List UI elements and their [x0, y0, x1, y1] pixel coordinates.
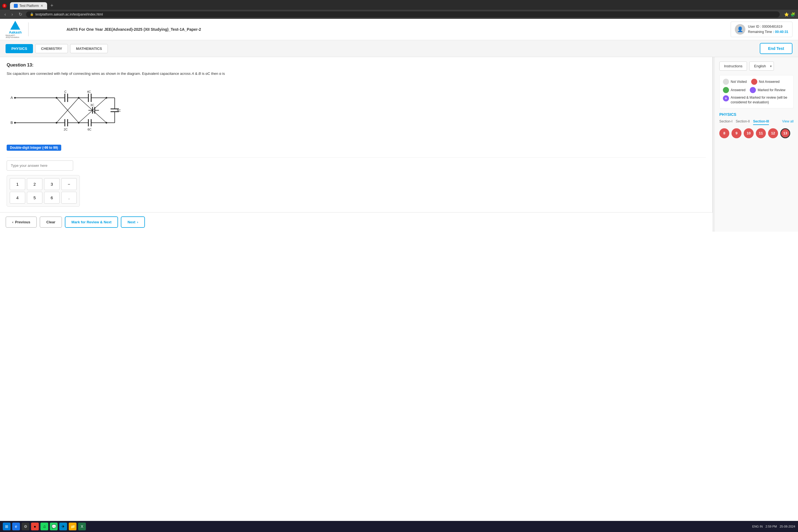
logo-text: Aakash — [9, 30, 22, 34]
previous-button[interactable]: ‹ Previous — [5, 216, 37, 228]
forward-button[interactable]: › — [10, 11, 14, 17]
numpad-5[interactable]: 5 — [27, 192, 42, 204]
logo-area: Aakash Medical|IIT-JEE|Foundation — [5, 22, 61, 36]
mark-review-button[interactable]: Mark for Review & Next — [65, 216, 118, 228]
app-container: Aakash Medical|IIT-JEE|Foundation AIATS … — [0, 19, 798, 529]
question-number-10[interactable]: 10 — [744, 128, 754, 138]
answered-label: Answered — [731, 88, 745, 92]
bottom-navigation: ‹ Previous Clear Mark for Review & Next … — [0, 212, 712, 232]
svg-point-44 — [78, 97, 79, 99]
section-tab-3[interactable]: Section-III — [753, 119, 769, 125]
question-number-11[interactable]: 11 — [756, 128, 766, 138]
numpad-1[interactable]: 1 — [10, 178, 25, 190]
svg-point-4 — [14, 97, 16, 99]
svg-text:B: B — [11, 120, 13, 125]
question-number-13[interactable]: 13 — [780, 128, 790, 138]
legend-marked-review: Marked for Review — [750, 87, 785, 93]
url-box[interactable]: 🔒 testplatform.aakash.ac.in/testpanel/in… — [26, 11, 780, 17]
language-select[interactable]: English Hindi — [749, 61, 774, 71]
marked-review-dot — [750, 87, 756, 93]
language-wrapper: English Hindi — [749, 61, 774, 71]
extension-icon[interactable]: 🧩 — [791, 12, 795, 17]
taskbar-app-icon-2[interactable]: ● — [31, 522, 39, 529]
svg-text:4C: 4C — [87, 90, 91, 93]
tab-close-button[interactable]: ✕ — [40, 4, 43, 8]
legend-not-answered: Not Answered — [751, 79, 780, 85]
previous-label: Previous — [15, 220, 30, 224]
tab-physics[interactable]: PHYSICS — [5, 44, 33, 53]
instructions-button[interactable]: Instructions — [719, 61, 747, 71]
legend-row-1: Not Visited Not Answered — [723, 79, 790, 85]
answered-marked-dot: B — [723, 95, 729, 101]
taskbar-app-icon-1[interactable]: ⚙ — [22, 522, 30, 529]
view-all-link[interactable]: View all — [782, 119, 794, 125]
next-button[interactable]: Next › — [121, 216, 145, 228]
taskbar-app-icon-4[interactable]: 💬 — [50, 522, 58, 529]
marked-review-label: Marked for Review — [758, 88, 785, 92]
reload-button[interactable]: ↻ — [17, 11, 24, 17]
numpad-minus[interactable]: − — [61, 178, 77, 190]
question-number-8[interactable]: 8 — [719, 128, 729, 138]
user-id-label: User ID — [748, 25, 759, 28]
exam-title: AIATS For One Year JEE(Advanced)-2025 (X… — [66, 27, 725, 32]
circuit-diagram: A B C — [7, 81, 706, 140]
back-button[interactable]: ‹ — [3, 11, 7, 17]
mark-review-label: Mark for Review & Next — [72, 220, 112, 224]
not-visited-dot — [723, 79, 729, 85]
new-tab-button[interactable]: + — [48, 2, 56, 10]
question-text: Six capacitors are connected with help o… — [7, 71, 706, 77]
browser-chrome: ☰ Test Platform ✕ + ‹ › ↻ 🔒 testplatform… — [0, 0, 798, 19]
numpad-2[interactable]: 2 — [27, 178, 42, 190]
clear-button[interactable]: Clear — [40, 216, 62, 228]
tab-chemistry[interactable]: CHEMISTRY — [35, 44, 68, 53]
taskbar-app-icon-7[interactable]: X — [78, 522, 86, 529]
question-title: Question 13: — [7, 63, 706, 68]
right-panel: Instructions English Hindi Not Visited — [715, 57, 798, 232]
user-avatar: 👤 — [735, 24, 745, 35]
main-content: Question 13: Six capacitors are connecte… — [0, 57, 798, 232]
question-content-area: Question 13: Six capacitors are connecte… — [0, 57, 712, 212]
svg-point-45 — [78, 122, 79, 124]
active-tab[interactable]: Test Platform ✕ — [10, 2, 47, 10]
next-label: Next — [128, 220, 135, 224]
taskbar-right: ENG IN 2:59 PM 25-08-2024 — [752, 525, 795, 528]
svg-text:2C: 2C — [64, 128, 68, 131]
taskbar-app-icon-6[interactable]: 📁 — [69, 522, 76, 529]
remaining-time-label: Remaining Time — [748, 30, 772, 34]
svg-text:6C: 6C — [88, 128, 92, 131]
tab-mathematics[interactable]: MATHEMATICS — [70, 44, 108, 53]
svg-text:A: A — [11, 96, 13, 100]
taskbar-app-icon-5[interactable]: ✈ — [59, 522, 67, 529]
legend-not-visited: Not Visited — [723, 79, 747, 85]
scroll-bar[interactable] — [712, 57, 715, 232]
logo-image: Aakash Medical|IIT-JEE|Foundation — [5, 22, 25, 36]
address-bar: ‹ › ↻ 🔒 testplatform.aakash.ac.in/testpa… — [0, 10, 798, 19]
section-tab-2[interactable]: Section-II — [736, 119, 750, 125]
legend-answered-marked: B Answered & Marked for review (will be … — [723, 95, 790, 105]
logo-divider — [28, 22, 28, 36]
taskbar-app-icon-3[interactable]: ♫ — [40, 522, 48, 529]
question-number-12[interactable]: 12 — [768, 128, 778, 138]
numpad-4[interactable]: 4 — [10, 192, 25, 204]
start-button[interactable]: ⊞ — [3, 522, 11, 529]
not-answered-dot — [751, 79, 757, 85]
app-header: Aakash Medical|IIT-JEE|Foundation AIATS … — [0, 19, 798, 40]
bookmark-icon[interactable]: ⭐ — [784, 12, 789, 17]
section-tab-1[interactable]: Section-I — [719, 119, 732, 125]
numpad-6[interactable]: 6 — [44, 192, 60, 204]
clear-label: Clear — [46, 220, 55, 224]
answer-input[interactable] — [7, 160, 73, 171]
browser-menu-icon[interactable]: ☰ — [2, 4, 7, 8]
numpad-dot[interactable]: . — [61, 192, 77, 204]
section-subject-label: PHYSICS — [719, 112, 794, 117]
remaining-time-value: : 00:40:31 — [773, 30, 788, 34]
taskbar-browser-icon[interactable]: e — [12, 522, 20, 529]
numpad-3[interactable]: 3 — [44, 178, 60, 190]
question-number-9[interactable]: 9 — [732, 128, 741, 138]
legend-answered: Answered — [723, 87, 745, 93]
svg-point-5 — [14, 122, 16, 124]
end-test-button[interactable]: End Test — [760, 43, 793, 54]
previous-chevron-icon: ‹ — [12, 220, 13, 224]
svg-text:8C: 8C — [117, 109, 121, 112]
tab-favicon — [14, 4, 18, 8]
